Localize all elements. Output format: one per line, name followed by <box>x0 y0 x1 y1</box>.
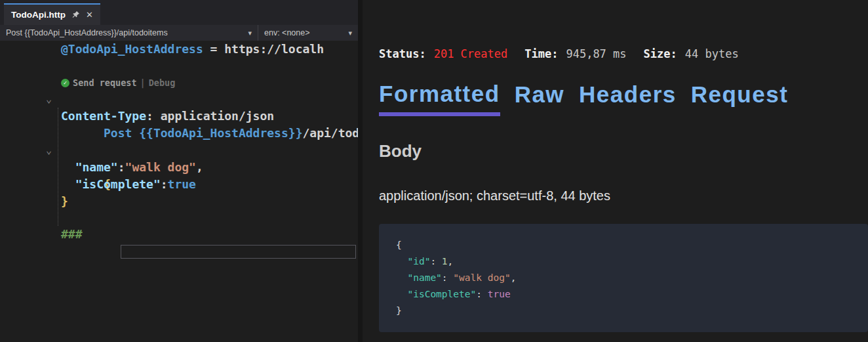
editor-line-request-delimiter[interactable]: ### <box>0 226 358 243</box>
status-label: Status: <box>379 47 426 60</box>
tab-headers[interactable]: Headers <box>579 82 677 116</box>
json-line: "id": 1, <box>396 253 855 270</box>
code-editor[interactable]: @TodoApi_HostAddress = https://localh ✓ … <box>0 41 358 342</box>
editor-current-line[interactable] <box>0 210 358 226</box>
response-body-card: { "id": 1, "name": "walk dog", "isComple… <box>379 224 868 332</box>
app-window: TodoApi.http ✕ Post {{TodoApi_HostAddres… <box>0 0 868 342</box>
environment-selector-dropdown[interactable]: env: <none> ▾ <box>258 25 358 41</box>
editor-line-blank[interactable] <box>0 58 358 75</box>
request-selector-value: Post {{TodoApi_HostAddress}}/api/todoite… <box>6 28 168 37</box>
close-icon[interactable]: ✕ <box>86 10 93 20</box>
document-tab-bar: TodoApi.http ✕ <box>0 0 358 25</box>
environment-selector-value: env: <none> <box>264 28 310 37</box>
json-line: } <box>396 303 855 319</box>
chevron-down-icon: ▾ <box>248 29 252 37</box>
editor-line-content-type[interactable]: Content-Type: application/json <box>0 108 358 125</box>
pane-splitter[interactable] <box>358 0 363 342</box>
json-line: { <box>396 237 855 253</box>
code-lens: ✓ Send request | Debug <box>0 75 358 91</box>
status-value: 201 Created <box>434 47 508 60</box>
fold-chevron-icon[interactable]: ⌄ <box>46 142 52 159</box>
content-type-line: application/json; charset=utf-8, 44 byte… <box>379 188 868 204</box>
tab-request[interactable]: Request <box>691 82 789 116</box>
json-line: "isComplete": true <box>396 286 855 303</box>
send-request-link[interactable]: Send request <box>73 75 137 91</box>
response-pane: Status:201 CreatedTime:945,87 msSize:44 … <box>363 0 868 342</box>
chevron-down-icon: ▾ <box>348 29 352 37</box>
size-value: 44 bytes <box>685 47 739 60</box>
editor-line-name-property[interactable]: "name":"walk dog", <box>0 159 358 176</box>
editor-line-open-brace[interactable]: ⌄ { <box>0 142 358 159</box>
http-editor-pane: TodoApi.http ✕ Post {{TodoApi_HostAddres… <box>0 0 358 342</box>
request-selector-dropdown[interactable]: Post {{TodoApi_HostAddress}}/api/todoite… <box>0 25 258 41</box>
editor-line-close-brace[interactable]: } <box>0 193 358 210</box>
editor-line-iscomplete-property[interactable]: "isComplete":true <box>0 176 358 193</box>
current-line-highlight <box>121 245 356 259</box>
response-status-row: Status:201 CreatedTime:945,87 msSize:44 … <box>379 46 868 62</box>
body-heading: Body <box>379 141 868 161</box>
editor-line-post[interactable]: ⌄ Post {{TodoApi_HostAddress}}/api/todoi… <box>0 91 358 108</box>
tab-todoapi-http[interactable]: TodoApi.http ✕ <box>4 3 100 25</box>
debug-link[interactable]: Debug <box>149 75 176 91</box>
time-label: Time: <box>524 47 558 60</box>
tab-title: TodoApi.http <box>11 10 66 20</box>
time-value: 945,87 ms <box>566 47 626 60</box>
json-line: "name": "walk dog", <box>396 270 855 286</box>
editor-line-host-address[interactable]: @TodoApi_HostAddress = https://localh <box>0 41 358 58</box>
size-label: Size: <box>644 47 677 60</box>
tab-formatted[interactable]: Formatted <box>379 81 500 116</box>
success-check-icon: ✓ <box>61 79 69 87</box>
editor-line-blank[interactable] <box>0 125 358 142</box>
tab-raw[interactable]: Raw <box>515 82 564 116</box>
response-view-tabs: Formatted Raw Headers Request <box>379 81 868 116</box>
request-toolbar: Post {{TodoApi_HostAddress}}/api/todoite… <box>0 25 358 41</box>
pin-icon[interactable] <box>71 11 80 19</box>
code-lens-divider: | <box>140 75 146 91</box>
fold-chevron-icon[interactable]: ⌄ <box>46 91 52 108</box>
